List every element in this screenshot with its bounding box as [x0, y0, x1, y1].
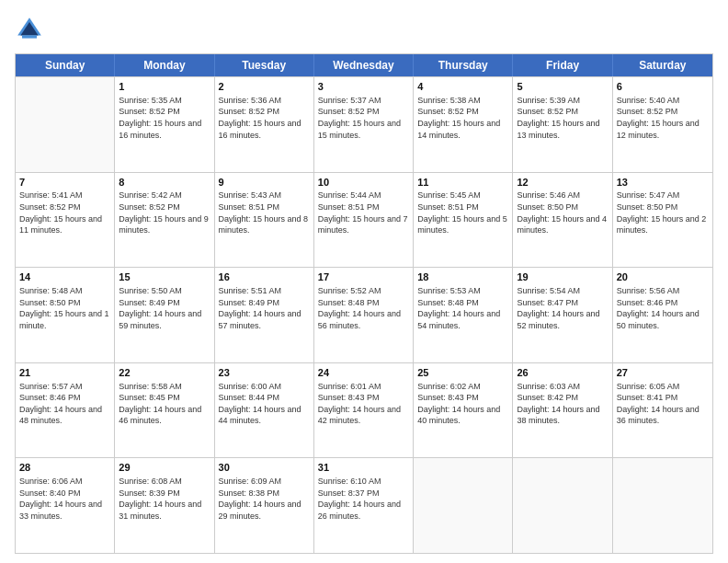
day-cell-21: 21Sunrise: 5:57 AMSunset: 8:46 PMDayligh… — [16, 363, 115, 458]
day-number: 13 — [617, 176, 709, 190]
day-number: 10 — [318, 176, 409, 190]
logo — [15, 15, 48, 44]
cell-info: Sunrise: 5:56 AMSunset: 8:46 PMDaylight:… — [617, 285, 709, 331]
calendar-row-1: 7Sunrise: 5:41 AMSunset: 8:52 PMDaylight… — [16, 172, 712, 268]
empty-cell-0-0 — [16, 77, 115, 172]
day-number: 19 — [517, 270, 608, 284]
day-cell-25: 25Sunrise: 6:02 AMSunset: 8:43 PMDayligh… — [414, 363, 513, 458]
cell-info: Sunrise: 5:38 AMSunset: 8:52 PMDaylight:… — [417, 95, 508, 141]
cell-info: Sunrise: 5:45 AMSunset: 8:51 PMDaylight:… — [417, 190, 508, 236]
day-number: 28 — [19, 461, 110, 475]
cell-info: Sunrise: 5:57 AMSunset: 8:46 PMDaylight:… — [19, 381, 110, 427]
day-cell-28: 28Sunrise: 6:06 AMSunset: 8:40 PMDayligh… — [16, 458, 115, 553]
day-cell-22: 22Sunrise: 5:58 AMSunset: 8:45 PMDayligh… — [115, 363, 214, 458]
day-number: 6 — [617, 80, 709, 94]
day-number: 20 — [617, 270, 709, 284]
day-cell-10: 10Sunrise: 5:44 AMSunset: 8:51 PMDayligh… — [314, 173, 414, 268]
day-number: 25 — [417, 366, 508, 380]
cell-info: Sunrise: 5:54 AMSunset: 8:47 PMDaylight:… — [517, 285, 608, 331]
day-cell-7: 7Sunrise: 5:41 AMSunset: 8:52 PMDaylight… — [16, 173, 115, 268]
day-cell-31: 31Sunrise: 6:10 AMSunset: 8:37 PMDayligh… — [314, 458, 414, 553]
cell-info: Sunrise: 6:06 AMSunset: 8:40 PMDaylight:… — [19, 476, 110, 522]
day-number: 22 — [119, 366, 210, 380]
day-number: 8 — [119, 176, 210, 190]
cell-info: Sunrise: 5:50 AMSunset: 8:49 PMDaylight:… — [119, 285, 210, 331]
calendar-row-3: 21Sunrise: 5:57 AMSunset: 8:46 PMDayligh… — [16, 362, 712, 458]
empty-cell-4-6 — [613, 458, 712, 553]
day-number: 5 — [517, 80, 608, 94]
day-cell-5: 5Sunrise: 5:39 AMSunset: 8:52 PMDaylight… — [513, 77, 612, 172]
day-number: 15 — [119, 270, 210, 284]
day-cell-30: 30Sunrise: 6:09 AMSunset: 8:38 PMDayligh… — [215, 458, 314, 553]
calendar-body: 1Sunrise: 5:35 AMSunset: 8:52 PMDaylight… — [16, 76, 712, 553]
day-cell-14: 14Sunrise: 5:48 AMSunset: 8:50 PMDayligh… — [16, 268, 115, 362]
cell-info: Sunrise: 5:52 AMSunset: 8:48 PMDaylight:… — [318, 285, 409, 331]
day-cell-11: 11Sunrise: 5:45 AMSunset: 8:51 PMDayligh… — [414, 173, 513, 268]
day-number: 3 — [318, 80, 409, 94]
day-cell-27: 27Sunrise: 6:05 AMSunset: 8:41 PMDayligh… — [613, 363, 712, 458]
day-number: 18 — [417, 270, 508, 284]
day-cell-23: 23Sunrise: 6:00 AMSunset: 8:44 PMDayligh… — [215, 363, 314, 458]
day-number: 30 — [219, 461, 310, 475]
day-cell-4: 4Sunrise: 5:38 AMSunset: 8:52 PMDaylight… — [414, 77, 513, 172]
day-number: 17 — [318, 270, 409, 284]
cell-info: Sunrise: 5:48 AMSunset: 8:50 PMDaylight:… — [19, 285, 110, 331]
cell-info: Sunrise: 6:01 AMSunset: 8:43 PMDaylight:… — [318, 381, 409, 427]
day-cell-6: 6Sunrise: 5:40 AMSunset: 8:52 PMDaylight… — [613, 77, 712, 172]
header-day-saturday: Saturday — [613, 54, 712, 76]
day-cell-19: 19Sunrise: 5:54 AMSunset: 8:47 PMDayligh… — [513, 268, 612, 362]
cell-info: Sunrise: 6:10 AMSunset: 8:37 PMDaylight:… — [318, 476, 409, 522]
cell-info: Sunrise: 5:47 AMSunset: 8:50 PMDaylight:… — [617, 190, 709, 236]
day-cell-20: 20Sunrise: 5:56 AMSunset: 8:46 PMDayligh… — [613, 268, 712, 362]
cell-info: Sunrise: 5:58 AMSunset: 8:45 PMDaylight:… — [119, 381, 210, 427]
cell-info: Sunrise: 5:53 AMSunset: 8:48 PMDaylight:… — [417, 285, 508, 331]
cell-info: Sunrise: 5:46 AMSunset: 8:50 PMDaylight:… — [517, 190, 608, 236]
day-number: 23 — [219, 366, 310, 380]
day-cell-3: 3Sunrise: 5:37 AMSunset: 8:52 PMDaylight… — [314, 77, 414, 172]
day-cell-17: 17Sunrise: 5:52 AMSunset: 8:48 PMDayligh… — [314, 268, 414, 362]
day-cell-8: 8Sunrise: 5:42 AMSunset: 8:52 PMDaylight… — [115, 173, 214, 268]
day-number: 16 — [219, 270, 310, 284]
cell-info: Sunrise: 5:40 AMSunset: 8:52 PMDaylight:… — [617, 95, 709, 141]
logo-icon — [15, 15, 44, 44]
day-cell-1: 1Sunrise: 5:35 AMSunset: 8:52 PMDaylight… — [115, 77, 214, 172]
day-number: 12 — [517, 176, 608, 190]
day-cell-13: 13Sunrise: 5:47 AMSunset: 8:50 PMDayligh… — [613, 173, 712, 268]
calendar-row-0: 1Sunrise: 5:35 AMSunset: 8:52 PMDaylight… — [16, 76, 712, 172]
day-cell-24: 24Sunrise: 6:01 AMSunset: 8:43 PMDayligh… — [314, 363, 414, 458]
svg-rect-2 — [22, 35, 37, 38]
day-cell-2: 2Sunrise: 5:36 AMSunset: 8:52 PMDaylight… — [215, 77, 314, 172]
cell-info: Sunrise: 5:39 AMSunset: 8:52 PMDaylight:… — [517, 95, 608, 141]
header-day-sunday: Sunday — [16, 54, 115, 76]
header-day-friday: Friday — [513, 54, 612, 76]
calendar-row-2: 14Sunrise: 5:48 AMSunset: 8:50 PMDayligh… — [16, 267, 712, 362]
day-number: 26 — [517, 366, 608, 380]
empty-cell-4-5 — [513, 458, 612, 553]
header-day-wednesday: Wednesday — [314, 54, 414, 76]
cell-info: Sunrise: 6:03 AMSunset: 8:42 PMDaylight:… — [517, 381, 608, 427]
day-number: 2 — [219, 80, 310, 94]
day-cell-18: 18Sunrise: 5:53 AMSunset: 8:48 PMDayligh… — [414, 268, 513, 362]
cell-info: Sunrise: 6:00 AMSunset: 8:44 PMDaylight:… — [219, 381, 310, 427]
day-cell-29: 29Sunrise: 6:08 AMSunset: 8:39 PMDayligh… — [115, 458, 214, 553]
header — [15, 15, 713, 44]
cell-info: Sunrise: 5:42 AMSunset: 8:52 PMDaylight:… — [119, 190, 210, 236]
cell-info: Sunrise: 5:51 AMSunset: 8:49 PMDaylight:… — [219, 285, 310, 331]
cell-info: Sunrise: 5:36 AMSunset: 8:52 PMDaylight:… — [219, 95, 310, 141]
day-number: 31 — [318, 461, 409, 475]
cell-info: Sunrise: 5:43 AMSunset: 8:51 PMDaylight:… — [219, 190, 310, 236]
day-number: 27 — [617, 366, 709, 380]
cell-info: Sunrise: 5:41 AMSunset: 8:52 PMDaylight:… — [19, 190, 110, 236]
day-number: 24 — [318, 366, 409, 380]
cell-info: Sunrise: 5:37 AMSunset: 8:52 PMDaylight:… — [318, 95, 409, 141]
cell-info: Sunrise: 6:05 AMSunset: 8:41 PMDaylight:… — [617, 381, 709, 427]
day-cell-16: 16Sunrise: 5:51 AMSunset: 8:49 PMDayligh… — [215, 268, 314, 362]
header-day-thursday: Thursday — [414, 54, 513, 76]
cell-info: Sunrise: 5:35 AMSunset: 8:52 PMDaylight:… — [119, 95, 210, 141]
page: SundayMondayTuesdayWednesdayThursdayFrid… — [0, 0, 728, 563]
empty-cell-4-4 — [414, 458, 513, 553]
day-number: 14 — [19, 270, 110, 284]
day-number: 7 — [19, 176, 110, 190]
day-number: 4 — [417, 80, 508, 94]
cell-info: Sunrise: 5:44 AMSunset: 8:51 PMDaylight:… — [318, 190, 409, 236]
